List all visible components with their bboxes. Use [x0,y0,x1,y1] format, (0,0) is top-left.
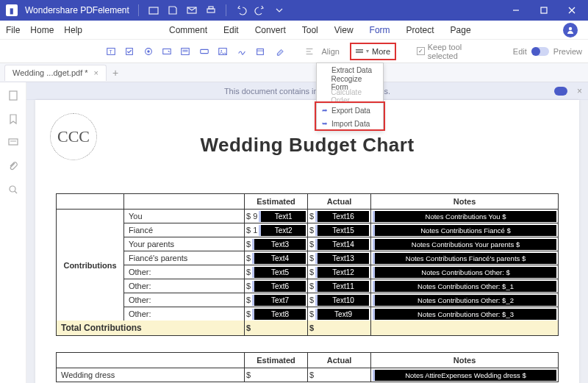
radio-tool[interactable] [140,43,156,60]
total-contributions-row: Total Contributions $ $ [57,321,558,335]
row-label: Other: [124,279,245,293]
form-field[interactable]: Text10 [315,295,369,306]
user-avatar[interactable] [563,23,578,37]
form-field[interactable]: Text12 [315,267,369,278]
redo-icon[interactable] [254,4,266,16]
form-field[interactable]: Text2 [259,225,306,236]
keep-tool-checkbox[interactable]: ✓ Keep tool selected [417,43,492,60]
undo-icon[interactable] [235,4,247,16]
svg-text:T: T [109,49,112,54]
form-field[interactable]: Text1 [259,211,306,222]
tab-active[interactable]: Wedding ...dget.pdf * × [4,65,107,81]
bookmarks-icon[interactable] [7,113,19,125]
text-field-tool[interactable]: T [103,43,118,60]
signature-tool[interactable] [234,43,249,60]
open-icon[interactable] [148,4,159,16]
image-tool[interactable] [215,43,231,60]
more-button[interactable]: ▾ More [350,43,396,60]
dropdown-icon[interactable] [273,4,285,16]
listbox-tool[interactable] [178,43,193,60]
row-label: You [124,210,245,223]
form-field[interactable]: Notes AttireExpenses Wedding dress $ [373,370,556,381]
table-row: Other:$Text8$Text9Notes Contributions Ot… [124,307,558,321]
hamburger-icon [356,49,363,53]
form-field[interactable]: Text11 [315,281,369,292]
form-field[interactable]: Text16 [315,211,369,222]
document-area[interactable]: This document contains interactive form … [26,82,588,383]
menu-comment[interactable]: Comment [169,25,207,35]
thumbnails-icon[interactable] [7,90,19,101]
export-icon: ➦ [321,107,329,114]
menu-file[interactable]: File [6,25,20,35]
menu-view[interactable]: View [334,25,354,35]
expenses-table: Estimated Actual Notes Wedding dress$$No… [56,352,559,382]
form-field[interactable]: Text14 [315,239,369,250]
svg-point-13 [147,50,150,53]
svg-point-8 [569,26,572,29]
notice-close-icon[interactable]: × [577,86,582,96]
menu-tool[interactable]: Tool [302,25,318,35]
search-icon[interactable] [7,184,19,196]
highlight-toggle[interactable] [554,87,567,96]
menu-page[interactable]: Page [451,25,471,35]
eraser-tool[interactable] [271,43,287,60]
save-icon[interactable] [167,4,179,16]
form-field[interactable]: Notes Contributions Other: $_2 [373,295,556,306]
menu-help[interactable]: Help [64,25,82,35]
form-field[interactable]: Text6 [252,281,306,292]
form-field[interactable]: Text13 [315,253,369,264]
print-icon[interactable] [205,4,217,16]
header-notes: Notes [371,194,558,209]
row-label: Your parents [124,237,245,251]
mail-icon[interactable] [186,4,198,16]
tab-close-icon[interactable]: × [94,68,98,77]
form-field[interactable]: Notes Contributions You $ [373,211,556,222]
row-label: Fiancé's parents [124,251,245,265]
table-row: You$ 9Text1$Text16Notes Contributions Yo… [124,210,558,223]
close-button[interactable] [562,3,582,18]
svg-point-29 [10,186,15,192]
org-logo: CCC [50,113,97,160]
dropdown-import-data[interactable]: ➥Import Data [317,117,383,130]
form-field[interactable]: Text7 [252,295,306,306]
menu-protect[interactable]: Protect [406,25,434,35]
maximize-button[interactable] [534,3,554,18]
align-label: Align [322,47,340,56]
header-estimated-2: Estimated [245,353,308,368]
form-field[interactable]: Notes Contributions Fiancé's parents $ [373,253,556,264]
left-sidebar [0,82,26,383]
menu-edit[interactable]: Edit [223,25,239,35]
svg-rect-26 [10,91,17,100]
attachments-icon[interactable] [7,160,19,172]
row-label: Other: [124,293,245,307]
menu-convert[interactable]: Convert [255,25,286,35]
form-field[interactable]: Notes Contributions Other: $ [373,267,556,278]
form-field[interactable]: Notes Contributions Fiancé $ [373,225,556,236]
menu-home[interactable]: Home [30,25,54,35]
align-tool[interactable] [301,43,317,60]
app-logo: ▮ [6,4,18,16]
button-tool[interactable] [196,43,212,60]
row-label: Other: [124,307,245,321]
comments-icon[interactable] [7,137,19,148]
form-field[interactable]: Notes Contributions Other: $_3 [373,309,556,320]
form-field[interactable]: Text8 [252,309,306,320]
tab-add-button[interactable]: + [108,65,123,80]
dropdown-export-data[interactable]: ➦Export Data [317,104,383,117]
form-field[interactable]: Text3 [252,239,306,250]
form-field[interactable]: Notes Contributions Your parents $ [373,239,556,250]
page-title: Wedding Budget Chart [56,134,559,157]
table-row: Your parents$Text3$Text14Notes Contribut… [124,237,558,251]
form-field[interactable]: Text9 [315,309,369,320]
edit-preview-switch[interactable] [531,47,549,56]
checkbox-tool[interactable] [121,43,137,60]
form-field[interactable]: Notes Contributions Other: $_1 [373,281,556,292]
form-field[interactable]: Text15 [315,225,369,236]
form-field[interactable]: Text5 [252,267,306,278]
form-field[interactable]: Text4 [252,253,306,264]
total-label: Total Contributions [57,321,245,335]
menu-form[interactable]: Form [370,25,390,35]
date-tool[interactable] [253,43,268,60]
combobox-tool[interactable] [159,43,174,60]
minimize-button[interactable] [506,3,526,18]
